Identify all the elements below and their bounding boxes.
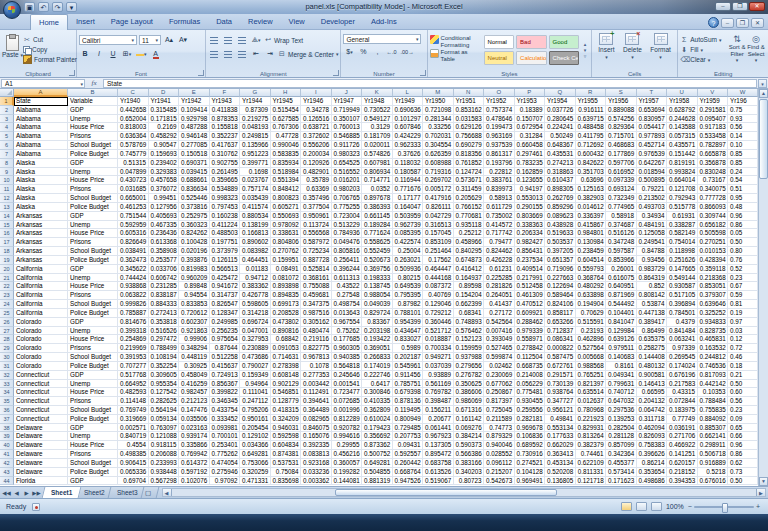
maximize-button[interactable]: ❐ <box>732 2 748 11</box>
name-box-dropdown-icon[interactable]: ▾ <box>80 80 83 87</box>
cell-F5[interactable]: 0.352237 <box>210 132 241 141</box>
cell-A12[interactable]: Alaska <box>14 194 68 203</box>
cell-H35[interactable]: 0.128779 <box>271 397 302 406</box>
cell-B8[interactable]: GDP <box>68 159 118 168</box>
row-header-25[interactable]: 25 <box>0 309 14 318</box>
cell-U4[interactable]: 0.143588 <box>667 123 698 132</box>
cell-O17[interactable]: 0.79477 <box>484 238 515 247</box>
cell-U17[interactable]: 0.754014 <box>667 238 698 247</box>
cell-L2[interactable]: 0.690636 <box>393 106 424 115</box>
cell-S10[interactable]: 0.097339 <box>606 176 637 185</box>
minimize-button[interactable]: – <box>715 2 731 11</box>
cell-style-neutral[interactable]: Neutral <box>484 51 514 65</box>
row-header-4[interactable]: 4 <box>0 123 14 132</box>
cell-R6[interactable]: 0.712692 <box>576 141 607 150</box>
font-name-combo[interactable]: Calibri▾ <box>79 35 137 45</box>
cell-N33[interactable]: 0.350625 <box>454 380 485 389</box>
cell-G17[interactable]: 0.890602 <box>240 238 271 247</box>
cell-F29[interactable]: 0.87644 <box>210 344 241 353</box>
cell-N13[interactable]: 0.766152 <box>454 203 485 212</box>
last-sheet-icon[interactable]: ▶▶ <box>32 488 41 498</box>
cell-A39[interactable]: Delaware <box>14 432 68 441</box>
cell-D21[interactable]: 0.606742 <box>149 274 180 283</box>
cell-V17[interactable]: 0.270251 <box>698 238 729 247</box>
cell-Q13[interactable]: 0.859296 <box>545 203 576 212</box>
cell-J14[interactable]: 0.723004 <box>332 212 363 221</box>
cell-T21[interactable]: 0.864319 <box>637 274 668 283</box>
column-header-J[interactable]: J <box>332 89 363 97</box>
cell-A34[interactable]: Connecticut <box>14 388 68 397</box>
cell-B39[interactable]: Unemp <box>68 432 118 441</box>
cell-A7[interactable]: Alabama <box>14 150 68 159</box>
cell-C5[interactable]: 0.636364 <box>118 132 149 141</box>
cell-I40[interactable]: 0.392335 <box>301 441 332 450</box>
cell-G18[interactable]: 0.083982 <box>240 247 271 256</box>
cell-W29[interactable]: 0.72 <box>728 344 758 353</box>
cell-C39[interactable]: 0.840719 <box>118 432 149 441</box>
cell-F36[interactable]: 0.433754 <box>210 406 241 415</box>
cell-I38[interactable]: 0.846075 <box>301 424 332 433</box>
cell-L23[interactable]: 0.795395 <box>393 291 424 300</box>
cell-M14[interactable]: 0.042729 <box>423 212 454 221</box>
cell-W27[interactable]: 0.03 <box>728 327 758 336</box>
cell-I44[interactable]: 0.003362 <box>301 477 332 486</box>
cell-C23[interactable]: 0.063822 <box>118 291 149 300</box>
cell-L41[interactable]: 0.592557 <box>393 450 424 459</box>
row-header-42[interactable]: 42 <box>0 459 14 468</box>
cell-R32[interactable]: 0.765251 <box>576 371 607 380</box>
cell-R15[interactable]: 0.415867 <box>576 221 607 230</box>
cell-V11[interactable]: 0.340075 <box>698 185 729 194</box>
cell-W8[interactable]: 0.85 <box>728 159 758 168</box>
cell-W2[interactable]: 0.75 <box>728 106 758 115</box>
cell-K29[interactable]: 0.369051 <box>362 344 393 353</box>
cell-N44[interactable]: 0.80723 <box>454 477 485 486</box>
cell-C41[interactable]: 0.498385 <box>118 450 149 459</box>
cell-L40[interactable]: 0.09431 <box>393 441 424 450</box>
cell-R14[interactable]: 0.336397 <box>576 212 607 221</box>
align-middle-icon[interactable] <box>222 35 234 46</box>
cell-I14[interactable]: 0.950961 <box>301 212 332 221</box>
cell-Q25[interactable]: 0.858117 <box>545 309 576 318</box>
cell-S39[interactable]: 0.281128 <box>606 432 637 441</box>
cell-P29[interactable]: 0.278842 <box>515 344 546 353</box>
cell-F11[interactable]: 0.534889 <box>210 185 241 194</box>
save-icon[interactable]: ▣ <box>24 2 35 12</box>
cell-F37[interactable]: 0.333452 <box>210 415 241 424</box>
cell-R7[interactable]: 0.600432 <box>576 150 607 159</box>
column-header-V[interactable]: V <box>698 89 729 97</box>
cell-M2[interactable]: 0.721098 <box>423 106 454 115</box>
tab-view[interactable]: View <box>281 14 313 30</box>
cell-K23[interactable]: 0.988054 <box>362 291 393 300</box>
column-header-I[interactable]: I <box>301 89 332 97</box>
cell-J9[interactable]: 0.516552 <box>332 168 363 177</box>
cell-S7[interactable]: 0.177869 <box>606 150 637 159</box>
cell-I34[interactable]: 0.112491 <box>301 388 332 397</box>
cell-W9[interactable]: 0.24 <box>728 168 758 177</box>
cell-O31[interactable]: 0.02462 <box>484 362 515 371</box>
cell-K24[interactable]: 0.049039 <box>362 300 393 309</box>
cell-A40[interactable]: Delaware <box>14 441 68 450</box>
cell-E34[interactable]: 0.982457 <box>179 388 210 397</box>
italic-button[interactable]: I <box>93 48 105 60</box>
cell-H36[interactable]: 0.418315 <box>271 406 302 415</box>
cell-T32[interactable]: 0.900581 <box>637 371 668 380</box>
font-size-combo[interactable]: 11▾ <box>139 35 161 45</box>
cell-Q37[interactable]: 0.49841 <box>545 415 576 424</box>
cell-D38[interactable]: 0.763097 <box>149 424 180 433</box>
delete-cells-button[interactable]: Delete▾ <box>623 33 642 69</box>
cell-A35[interactable]: Connecticut <box>14 397 68 406</box>
row-header-36[interactable]: 36 <box>0 406 14 415</box>
cell-C21[interactable]: 0.744424 <box>118 274 149 283</box>
font-color-button[interactable]: A <box>150 48 162 60</box>
column-header-D[interactable]: D <box>149 89 180 97</box>
cell-C35[interactable]: 0.114148 <box>118 397 149 406</box>
cell-M41[interactable]: 0.895472 <box>423 450 454 459</box>
row-header-8[interactable]: 8 <box>0 159 14 168</box>
cell-E9[interactable]: 0.039415 <box>179 168 210 177</box>
cell-G20[interactable]: 0.01183 <box>240 265 271 274</box>
cell-R38[interactable]: 0.829931 <box>576 424 607 433</box>
cell-C44[interactable]: 0.69704 <box>118 477 149 486</box>
cell-T24[interactable]: 0.53874 <box>637 300 668 309</box>
wrap-text-button[interactable]: ↩ Wrap Text <box>264 36 303 45</box>
cell-P38[interactable]: 0.969678 <box>515 424 546 433</box>
